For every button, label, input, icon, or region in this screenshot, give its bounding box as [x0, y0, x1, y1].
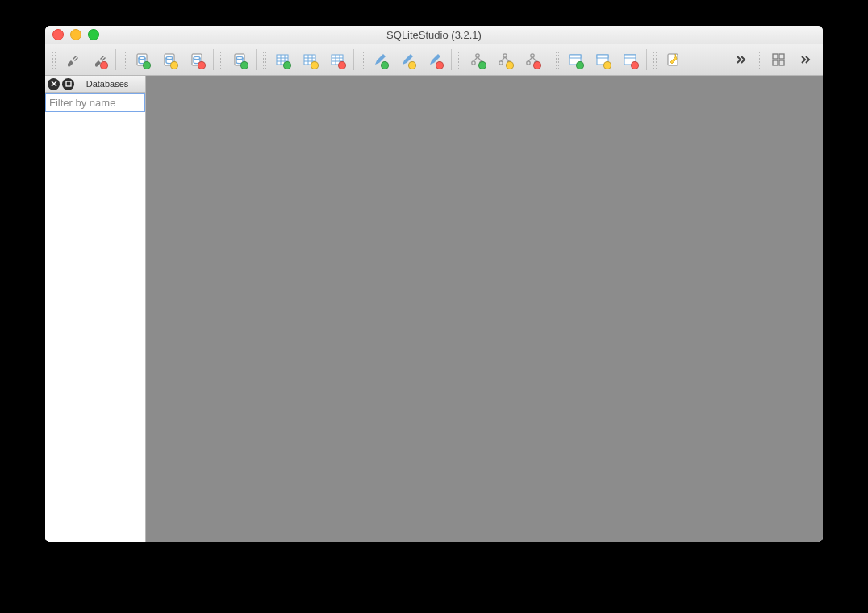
svg-line-36: [528, 57, 532, 61]
toolbar-separator: [115, 49, 116, 70]
delete-table-button[interactable]: [325, 48, 349, 72]
plus-badge-icon: [283, 61, 291, 69]
panel-close-button[interactable]: [48, 78, 60, 90]
main-toolbar: [45, 44, 823, 76]
titlebar: SQLiteStudio (3.2.1): [45, 26, 823, 44]
toolbar-separator: [353, 49, 354, 70]
edit-table-button[interactable]: [298, 48, 322, 72]
window-body: Databases: [45, 76, 823, 542]
minus-badge-icon: [338, 61, 346, 69]
plus-badge-icon: [240, 61, 248, 69]
add-database-button[interactable]: [130, 48, 154, 72]
edit-badge-icon: [311, 61, 319, 69]
disconnect-button[interactable]: [87, 48, 111, 72]
toolbar-separator: [256, 49, 257, 70]
edit-trigger-button[interactable]: [493, 48, 517, 72]
create-table-button[interactable]: [270, 48, 294, 72]
connect-button[interactable]: [60, 48, 84, 72]
toolbar-overflow-button[interactable]: [794, 48, 818, 72]
plus-badge-icon: [143, 61, 151, 69]
toolbar-grip[interactable]: [122, 50, 127, 69]
edit-badge-icon: [506, 61, 514, 69]
plus-badge-icon: [478, 61, 486, 69]
svg-point-29: [499, 61, 503, 65]
database-filter-input[interactable]: [45, 93, 145, 112]
edit-badge-icon: [408, 61, 416, 69]
toolbar-grip[interactable]: [653, 50, 657, 69]
toolbar-separator: [549, 49, 549, 70]
panel-undock-button[interactable]: [62, 78, 74, 90]
edit-view-button[interactable]: [590, 48, 615, 72]
svg-line-31: [501, 57, 505, 61]
edit-badge-icon: [603, 61, 611, 69]
toolbar-separator: [451, 49, 452, 70]
minus-badge-icon: [198, 61, 206, 69]
toolbar-grip[interactable]: [360, 50, 365, 69]
minus-badge-icon: [631, 61, 639, 69]
zoom-window-button[interactable]: [88, 29, 99, 40]
delete-trigger-button[interactable]: [520, 48, 545, 72]
delete-index-button[interactable]: [423, 48, 447, 72]
toolbar-grip[interactable]: [262, 50, 267, 69]
svg-point-34: [527, 61, 530, 65]
svg-line-26: [474, 57, 478, 61]
create-trigger-button[interactable]: [465, 48, 490, 72]
toolbar-grip[interactable]: [758, 50, 763, 69]
svg-rect-49: [66, 81, 71, 86]
toolbar-overflow-button[interactable]: [729, 48, 753, 72]
plus-badge-icon: [381, 61, 389, 69]
toolbar-grip[interactable]: [555, 50, 560, 69]
toolbar-grip[interactable]: [457, 50, 462, 69]
svg-point-33: [531, 54, 534, 57]
svg-rect-43: [624, 55, 636, 58]
import-database-button[interactable]: [227, 48, 252, 72]
window-layout-button[interactable]: [766, 48, 791, 72]
disconnect-badge-icon: [100, 61, 108, 69]
svg-rect-39: [570, 55, 581, 58]
svg-rect-45: [773, 54, 778, 59]
plus-badge-icon: [576, 61, 584, 69]
svg-rect-41: [597, 55, 608, 58]
window-title: SQLiteStudio (3.2.1): [45, 29, 823, 41]
database-tree[interactable]: [45, 112, 145, 542]
svg-rect-46: [779, 54, 784, 59]
create-view-button[interactable]: [563, 48, 587, 72]
svg-point-28: [503, 54, 507, 57]
remove-database-button[interactable]: [185, 48, 209, 72]
app-window: SQLiteStudio (3.2.1): [45, 26, 823, 542]
open-sql-editor-button[interactable]: [661, 48, 685, 72]
create-index-button[interactable]: [368, 48, 392, 72]
minus-badge-icon: [533, 61, 541, 69]
minus-badge-icon: [436, 61, 444, 69]
edit-database-button[interactable]: [157, 48, 182, 72]
toolbar-separator: [213, 49, 214, 70]
window-controls: [45, 29, 99, 40]
minimize-window-button[interactable]: [70, 29, 81, 40]
databases-panel: Databases: [45, 76, 146, 542]
mdi-area: [146, 76, 823, 542]
toolbar-separator: [646, 49, 647, 70]
edit-badge-icon: [170, 61, 178, 69]
delete-view-button[interactable]: [618, 48, 642, 72]
svg-rect-48: [779, 60, 784, 65]
svg-point-23: [476, 54, 479, 57]
svg-point-24: [472, 61, 475, 65]
edit-index-button[interactable]: [395, 48, 419, 72]
svg-rect-47: [773, 60, 778, 65]
toolbar-grip[interactable]: [52, 50, 56, 69]
databases-panel-header: Databases: [45, 76, 145, 93]
close-window-button[interactable]: [52, 29, 64, 40]
toolbar-grip[interactable]: [219, 50, 224, 69]
databases-panel-title: Databases: [74, 79, 145, 89]
